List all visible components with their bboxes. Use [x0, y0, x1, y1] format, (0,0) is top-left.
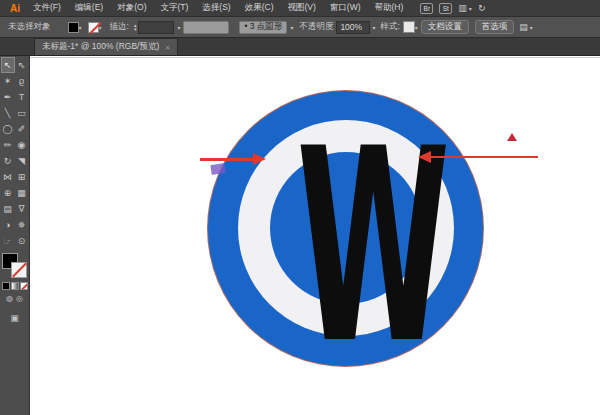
- ellipse-tool[interactable]: ◯: [1, 121, 15, 137]
- sync-icon[interactable]: ↻: [478, 3, 486, 13]
- lasso-tool[interactable]: ϱ: [15, 73, 29, 89]
- document-setup-button[interactable]: 文档设置: [421, 20, 469, 34]
- sync-glyph: ↻: [478, 3, 486, 13]
- rotate-tool[interactable]: ↻: [1, 153, 15, 169]
- chevron-down-icon[interactable]: ▾: [177, 24, 180, 31]
- magic-wand-tool[interactable]: ✶: [1, 73, 15, 89]
- logo-letter-w[interactable]: W: [296, 114, 387, 381]
- selection-tool[interactable]: ↖: [1, 57, 15, 73]
- purple-annotation-mark: [210, 163, 225, 175]
- fill-stroke-cluster: [2, 253, 28, 279]
- selection-status-label: 未选择对象: [8, 21, 51, 33]
- chevron-down-icon[interactable]: ▾: [415, 24, 418, 31]
- pen-tool[interactable]: ✒: [1, 89, 15, 105]
- pencil-tool[interactable]: ✏: [1, 137, 15, 153]
- document-tab-bar: 未标题-1* @ 100% (RGB/预览) ×: [0, 38, 600, 56]
- menu-select[interactable]: 选择(S): [195, 0, 237, 17]
- stroke-color-swatch[interactable]: [88, 22, 99, 33]
- layout-glyph: ▥: [458, 3, 467, 13]
- stroke-weight-input[interactable]: [138, 21, 174, 34]
- free-transform-tool[interactable]: ⊞: [15, 169, 29, 185]
- eyedropper-tool[interactable]: ∇: [15, 201, 29, 217]
- arrow-shaft: [431, 156, 538, 158]
- stroke-weight-label: 描边:: [110, 21, 129, 33]
- hand-tool[interactable]: ☞: [1, 233, 15, 249]
- artboard-canvas[interactable]: W: [30, 56, 600, 415]
- red-triangle-mark: [507, 133, 517, 141]
- arrange-documents-icon[interactable]: ▤▾: [519, 22, 533, 32]
- preferences-button[interactable]: 首选项: [475, 20, 515, 34]
- chevron-down-icon: ▾: [469, 5, 472, 12]
- blend-tool[interactable]: ◑: [1, 217, 15, 233]
- menu-edit[interactable]: 编辑(E): [68, 0, 110, 17]
- scale-tool[interactable]: ◥: [15, 153, 29, 169]
- screen-mode-icon[interactable]: ▣: [10, 313, 19, 323]
- paint-mode-row: [2, 282, 28, 290]
- symbol-sprayer-tool[interactable]: ✵: [15, 217, 29, 233]
- width-profile-dropdown[interactable]: [183, 21, 229, 34]
- opacity-label: 不透明度: [299, 21, 333, 33]
- menu-effect[interactable]: 效果(C): [238, 0, 281, 17]
- stroke-weight-stepper[interactable]: ▴▾: [134, 23, 137, 31]
- paintbrush-tool[interactable]: ✐: [15, 121, 29, 137]
- rectangle-tool[interactable]: ▭: [15, 105, 29, 121]
- chevron-down-icon[interactable]: ▾: [372, 24, 375, 31]
- arrow-shaft: [200, 158, 253, 161]
- style-label: 样式:: [380, 21, 399, 33]
- tool-grid: ↖ ⇖ ✶ ϱ ✒ T ╲ ▭ ◯ ✐ ✏ ◉ ↻ ◥ ⋈ ⊞ ⊕ ▦ ▤ ∇ …: [1, 57, 29, 249]
- right-annotation-arrow: [418, 151, 538, 163]
- chevron-down-icon: ▾: [530, 24, 533, 31]
- arrange-documents-icon[interactable]: ▥▾: [458, 3, 472, 13]
- color-button[interactable]: [2, 282, 10, 290]
- artboard-edge: [30, 57, 600, 58]
- zoom-tool[interactable]: ⊙: [15, 233, 29, 249]
- gradient-tool[interactable]: ▤: [1, 201, 15, 217]
- menu-window[interactable]: 窗口(W): [323, 0, 368, 17]
- layout-glyph: ▤: [519, 22, 528, 32]
- tools-panel: ↖ ⇖ ✶ ϱ ✒ T ╲ ▭ ◯ ✐ ✏ ◉ ↻ ◥ ⋈ ⊞ ⊕ ▦ ▤ ∇ …: [0, 56, 30, 415]
- menu-type[interactable]: 文字(T): [153, 0, 195, 17]
- document-tab[interactable]: 未标题-1* @ 100% (RGB/预览) ×: [34, 38, 178, 55]
- appbar-icons: Br St ▥▾ ↻: [420, 3, 485, 14]
- brush-definition-dropdown[interactable]: • 3 点圆形: [239, 21, 287, 34]
- menu-help[interactable]: 帮助(H): [368, 0, 411, 17]
- width-tool[interactable]: ⋈: [1, 169, 15, 185]
- bridge-icon[interactable]: Br: [420, 3, 433, 14]
- close-icon[interactable]: ×: [165, 43, 170, 52]
- arrow-head-icon: [253, 153, 266, 165]
- menu-view[interactable]: 视图(V): [281, 0, 323, 17]
- arrow-head-icon: [418, 151, 431, 163]
- illustrator-window: Ai 文件(F) 编辑(E) 对象(O) 文字(T) 选择(S) 效果(C) 视…: [0, 0, 600, 415]
- draw-normal-icon[interactable]: ◍: [6, 294, 13, 303]
- direct-selection-tool[interactable]: ⇖: [15, 57, 29, 73]
- draw-mode-row: ◍ ◎: [6, 294, 23, 303]
- style-swatch[interactable]: [403, 21, 415, 33]
- app-logo-icon: Ai: [4, 1, 26, 16]
- left-annotation-arrow: [200, 153, 266, 165]
- menu-file[interactable]: 文件(F): [26, 0, 68, 17]
- chevron-down-icon[interactable]: ▾: [290, 24, 293, 31]
- stroke-swatch[interactable]: [11, 262, 27, 278]
- document-tab-title: 未标题-1* @ 100% (RGB/预览): [42, 41, 159, 53]
- line-segment-tool[interactable]: ╲: [1, 105, 15, 121]
- none-button[interactable]: [20, 282, 28, 290]
- blob-brush-tool[interactable]: ◉: [15, 137, 29, 153]
- chevron-down-icon[interactable]: ▾: [79, 24, 82, 31]
- gradient-button[interactable]: [11, 282, 19, 290]
- fill-color-swatch[interactable]: [68, 22, 79, 33]
- type-tool[interactable]: T: [15, 89, 29, 105]
- menu-bar: Ai 文件(F) 编辑(E) 对象(O) 文字(T) 选择(S) 效果(C) 视…: [0, 0, 600, 17]
- shape-builder-tool[interactable]: ⊕: [1, 185, 15, 201]
- draw-behind-icon[interactable]: ◎: [16, 294, 23, 303]
- menu-object[interactable]: 对象(O): [110, 0, 153, 17]
- opacity-input[interactable]: 100%: [336, 21, 370, 34]
- control-bar: 未选择对象 ▾ ▾ 描边: ▴▾ ▾ • 3 点圆形 ▾ 不透明度 100% ▾…: [0, 17, 600, 38]
- stock-icon[interactable]: St: [439, 3, 452, 14]
- mesh-tool[interactable]: ▦: [15, 185, 29, 201]
